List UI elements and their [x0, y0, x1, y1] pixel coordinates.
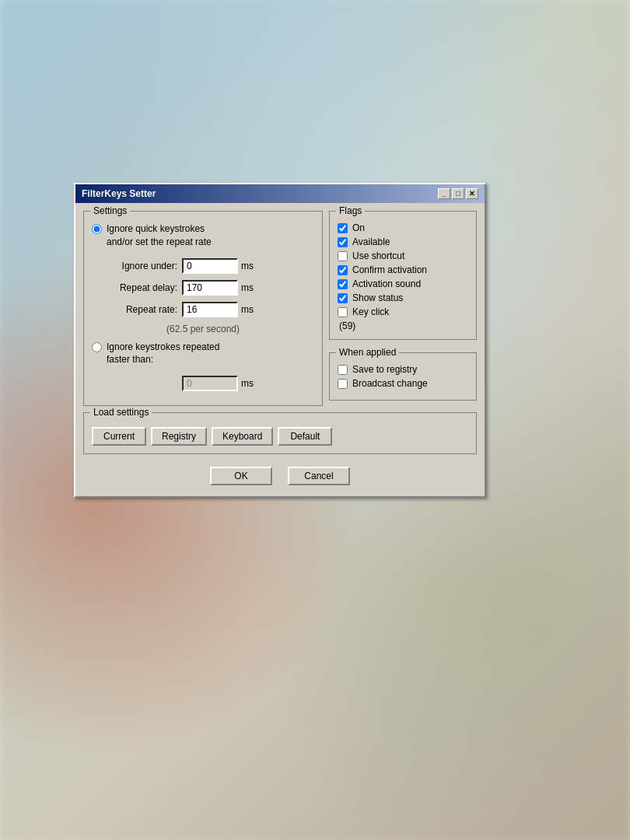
settings-group-label: Settings [90, 205, 130, 216]
current-button[interactable]: Current [92, 427, 146, 446]
flag-click-label: Key click [352, 306, 389, 317]
flag-status-checkbox[interactable] [338, 293, 348, 303]
per-second-text: (62.5 per second) [92, 324, 314, 334]
dialog: FilterKeys Setter _ □ ✕ Settings Ignore … [74, 183, 486, 498]
flag-click-row: Key click [338, 306, 468, 317]
radio1-input[interactable] [92, 224, 102, 234]
ignore-under-input[interactable] [182, 258, 238, 274]
radio2-row: Ignore keystrokes repeatedfaster than: [92, 341, 314, 367]
flag-available-checkbox[interactable] [338, 237, 348, 247]
radio1-label: Ignore quick keystrokesand/or set the re… [107, 222, 212, 249]
ignore-under-row: Ignore under: ms [92, 258, 314, 274]
radio1-row: Ignore quick keystrokesand/or set the re… [92, 222, 314, 249]
broadcast-checkbox[interactable] [338, 379, 348, 389]
default-button[interactable]: Default [278, 427, 332, 446]
dialog-title: FilterKeys Setter [82, 188, 156, 199]
radio2-input[interactable] [92, 342, 102, 352]
load-settings-label: Load settings [90, 407, 152, 418]
repeat-rate-unit: ms [241, 304, 254, 315]
flag-sound-label: Activation sound [352, 278, 421, 289]
dialog-wrapper: FilterKeys Setter _ □ ✕ Settings Ignore … [74, 183, 486, 498]
load-settings-group: Load settings Current Registry Keyboard … [83, 412, 477, 454]
minimize-button[interactable]: _ [438, 188, 450, 199]
flag-available-row: Available [338, 236, 468, 247]
flag-on-row: On [338, 222, 468, 233]
cancel-button[interactable]: Cancel [288, 467, 350, 485]
broadcast-row: Broadcast change [338, 378, 468, 389]
faster-than-unit: ms [241, 378, 254, 389]
faster-than-input[interactable] [182, 376, 238, 391]
bottom-buttons: OK Cancel [83, 462, 477, 488]
when-applied-group: When applied Save to registry Broadcast … [329, 352, 477, 401]
flags-group-label: Flags [336, 205, 365, 216]
load-buttons: Current Registry Keyboard Default [92, 424, 468, 446]
repeat-rate-label: Repeat rate: [100, 304, 177, 315]
repeat-delay-input[interactable] [182, 280, 238, 296]
right-column: Flags On Available Use shortcut [329, 211, 477, 412]
flag-sound-checkbox[interactable] [338, 279, 348, 289]
flag-sound-row: Activation sound [338, 278, 468, 289]
flags-count: (59) [338, 320, 468, 331]
flag-confirm-row: Confirm activation [338, 264, 468, 275]
settings-group: Settings Ignore quick keystrokesand/or s… [83, 211, 323, 406]
title-bar: FilterKeys Setter _ □ ✕ [75, 184, 485, 203]
repeat-rate-input[interactable] [182, 302, 238, 317]
ignore-under-unit: ms [241, 261, 254, 271]
flag-on-checkbox[interactable] [338, 223, 348, 233]
close-button[interactable]: ✕ [466, 188, 478, 199]
broadcast-label: Broadcast change [352, 378, 428, 389]
flag-click-checkbox[interactable] [338, 307, 348, 317]
repeat-delay-unit: ms [241, 282, 254, 293]
dialog-content: Settings Ignore quick keystrokesand/or s… [75, 203, 485, 496]
flag-status-row: Show status [338, 292, 468, 303]
flag-status-label: Show status [352, 292, 403, 303]
flag-on-label: On [352, 222, 365, 233]
flag-shortcut-checkbox[interactable] [338, 251, 348, 261]
repeat-delay-label: Repeat delay: [100, 282, 177, 293]
flag-shortcut-row: Use shortcut [338, 250, 468, 261]
title-bar-controls: _ □ ✕ [438, 188, 478, 199]
repeat-rate-row: Repeat rate: ms [92, 302, 314, 317]
ignore-under-label: Ignore under: [100, 261, 177, 271]
keyboard-button[interactable]: Keyboard [212, 427, 273, 446]
save-registry-label: Save to registry [352, 364, 417, 375]
radio2-label: Ignore keystrokes repeatedfaster than: [107, 341, 219, 367]
flag-shortcut-label: Use shortcut [352, 250, 404, 261]
flag-confirm-checkbox[interactable] [338, 265, 348, 275]
faster-than-row: ms [92, 376, 314, 391]
save-registry-row: Save to registry [338, 364, 468, 375]
when-applied-label: When applied [336, 347, 399, 358]
flag-available-label: Available [352, 236, 390, 247]
maximize-button[interactable]: □ [452, 188, 464, 199]
registry-button[interactable]: Registry [151, 427, 207, 446]
main-row: Settings Ignore quick keystrokesand/or s… [83, 211, 477, 412]
save-registry-checkbox[interactable] [338, 365, 348, 375]
flags-group: Flags On Available Use shortcut [329, 211, 477, 340]
flag-confirm-label: Confirm activation [352, 264, 427, 275]
ok-button[interactable]: OK [210, 467, 272, 485]
repeat-delay-row: Repeat delay: ms [92, 280, 314, 296]
